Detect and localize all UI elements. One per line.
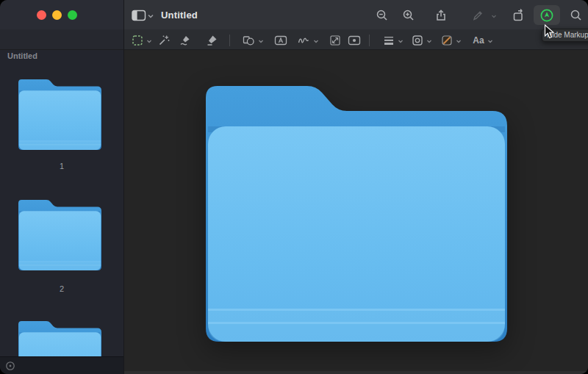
window-title: Untitled (161, 10, 198, 21)
fill-color-icon (441, 35, 453, 47)
adjust-color-icon (348, 35, 361, 46)
sign-button[interactable] (298, 35, 310, 47)
share-icon (434, 9, 448, 22)
zoom-in-button[interactable] (402, 9, 415, 22)
thumbnail-page-2[interactable] (18, 200, 101, 270)
minimize-button[interactable] (52, 10, 62, 20)
thumbnail-page-1[interactable] (18, 79, 101, 150)
canvas-bottom-edge (124, 371, 588, 374)
chevron-down-icon (258, 38, 264, 44)
toolbar-separator (229, 35, 230, 46)
text-style-chevron[interactable] (487, 38, 493, 44)
fill-color-button[interactable] (441, 35, 453, 47)
folder-image[interactable] (206, 86, 507, 342)
shapes-button[interactable] (243, 35, 255, 47)
sidebar-divider (123, 0, 124, 374)
mouse-cursor (544, 24, 555, 40)
sidebar-bottom-bar (0, 356, 123, 374)
sidebar-document-title: Untitled (7, 51, 37, 60)
thumbnail-page-3[interactable] (18, 321, 101, 356)
chevron-down-icon (456, 38, 462, 44)
sidebar-mode-chevron[interactable] (148, 13, 154, 20)
shapes-icon (243, 35, 255, 47)
chevron-down-icon (146, 38, 152, 44)
sketch-icon (179, 35, 192, 47)
chevron-down-icon (398, 38, 404, 44)
search-button[interactable] (570, 9, 583, 22)
text-tool-button[interactable] (274, 35, 287, 46)
close-button[interactable] (37, 10, 46, 20)
pencil-icon (471, 9, 484, 22)
chevron-down-icon (487, 38, 493, 44)
rotate-button[interactable] (512, 9, 526, 23)
target-circle-icon (5, 361, 15, 371)
sign-icon (298, 35, 310, 47)
shapes-chevron[interactable] (258, 38, 264, 44)
sidebar-top-edge (0, 29, 123, 50)
chevron-down-icon (148, 13, 154, 20)
sidebar: Untitled 1 2 (0, 50, 123, 356)
chevron-down-icon (426, 38, 432, 44)
adjust-color-button[interactable] (348, 35, 361, 46)
share-button[interactable] (434, 9, 448, 22)
sign-chevron[interactable] (313, 38, 319, 44)
text-tool-icon (274, 35, 287, 46)
zoom-window-button[interactable] (68, 10, 77, 20)
zoom-out-icon (376, 9, 389, 22)
preview-window: Untitled (0, 0, 588, 374)
draw-icon (206, 35, 218, 47)
search-icon (570, 9, 583, 22)
page-scrubber-button[interactable] (5, 361, 15, 371)
border-color-button[interactable] (412, 35, 424, 47)
sidebar-toggle-button[interactable] (132, 10, 146, 21)
hide-markup-button[interactable] (539, 8, 554, 23)
border-color-icon (412, 35, 424, 47)
fill-color-chevron[interactable] (456, 38, 462, 44)
adjust-size-button[interactable] (329, 35, 342, 47)
annotate-pencil-button[interactable] (471, 9, 484, 22)
shape-style-button[interactable] (383, 35, 395, 46)
selection-tool-chevron[interactable] (146, 38, 152, 44)
instant-alpha-button[interactable] (158, 35, 171, 47)
rotate-icon (512, 9, 526, 23)
toolbar-separator (369, 35, 370, 46)
chevron-down-icon (313, 38, 319, 44)
markup-pen-icon (539, 8, 554, 23)
zoom-out-button[interactable] (376, 9, 389, 22)
selection-tool-button[interactable] (132, 35, 144, 47)
sidebar-toggle-icon (132, 10, 146, 21)
shape-style-chevron[interactable] (398, 38, 404, 44)
chevron-down-icon (491, 13, 497, 19)
shape-style-icon (383, 35, 395, 46)
draw-button[interactable] (206, 35, 218, 47)
border-color-chevron[interactable] (426, 38, 432, 44)
selection-tool-icon (132, 35, 144, 47)
sketch-button[interactable] (179, 35, 192, 47)
instant-alpha-icon (158, 35, 171, 47)
thumbnail-label: 1 (0, 162, 123, 170)
traffic-lights (37, 10, 77, 20)
zoom-in-icon (402, 9, 415, 22)
pencil-options-chevron[interactable] (491, 13, 497, 19)
thumbnail-label: 2 (0, 284, 123, 293)
adjust-size-icon (329, 35, 342, 47)
text-style-button[interactable]: Aa (473, 35, 484, 46)
